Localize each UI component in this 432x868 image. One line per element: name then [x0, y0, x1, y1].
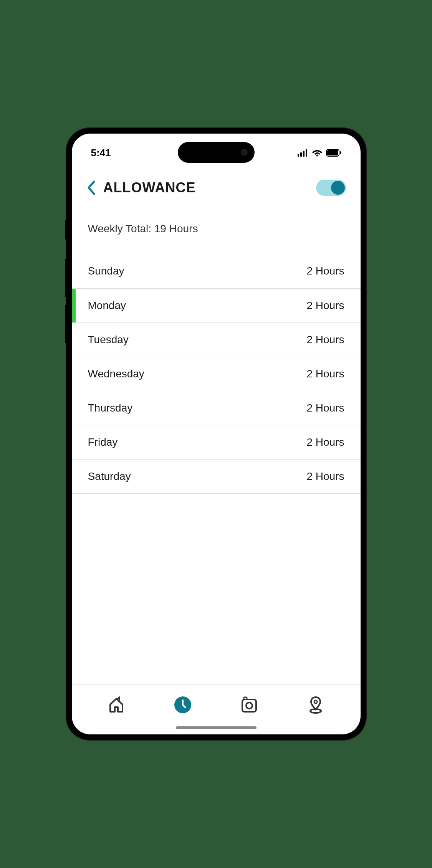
- status-icons: [298, 149, 341, 157]
- svg-rect-0: [298, 154, 299, 157]
- nav-time[interactable]: [169, 691, 196, 718]
- wifi-icon: [312, 149, 322, 157]
- svg-point-12: [314, 700, 317, 703]
- home-indicator[interactable]: [176, 726, 257, 729]
- allowance-toggle[interactable]: [316, 180, 346, 196]
- dynamic-island: [178, 142, 255, 163]
- svg-rect-2: [303, 151, 305, 157]
- day-value: 2 Hours: [306, 436, 344, 448]
- day-row-sunday[interactable]: Sunday 2 Hours: [72, 254, 361, 288]
- back-button[interactable]: [86, 180, 96, 195]
- day-value: 2 Hours: [306, 265, 344, 277]
- clock-icon: [174, 696, 192, 714]
- svg-rect-6: [327, 150, 338, 155]
- day-name: Wednesday: [88, 368, 144, 380]
- day-name: Sunday: [88, 265, 124, 277]
- location-icon: [306, 696, 325, 714]
- weekly-total-label: Weekly Total: 19 Hours: [72, 207, 361, 243]
- day-name: Friday: [88, 436, 118, 448]
- svg-rect-1: [300, 152, 302, 157]
- screen: 5:41: [72, 134, 361, 734]
- header: ALLOWANCE: [72, 168, 361, 207]
- day-value: 2 Hours: [306, 470, 344, 483]
- svg-point-11: [246, 703, 252, 709]
- svg-rect-3: [306, 149, 307, 157]
- svg-point-4: [316, 155, 318, 157]
- day-name: Saturday: [88, 470, 131, 483]
- nav-location[interactable]: [302, 691, 329, 718]
- nav-camera[interactable]: [236, 691, 263, 718]
- day-name: Thursday: [88, 402, 133, 414]
- day-row-friday[interactable]: Friday 2 Hours: [72, 425, 361, 460]
- days-list: Sunday 2 Hours Monday 2 Hours Tuesday 2 …: [72, 254, 361, 494]
- phone-frame: 5:41: [66, 128, 366, 740]
- camera-icon: [240, 696, 258, 714]
- status-time: 5:41: [91, 147, 111, 159]
- cellular-icon: [298, 149, 308, 157]
- day-row-thursday[interactable]: Thursday 2 Hours: [72, 391, 361, 425]
- day-row-wednesday[interactable]: Wednesday 2 Hours: [72, 357, 361, 391]
- day-value: 2 Hours: [306, 368, 344, 380]
- svg-rect-10: [244, 697, 247, 699]
- page-title: ALLOWANCE: [103, 180, 196, 196]
- chevron-left-icon: [86, 180, 96, 195]
- battery-icon: [326, 149, 341, 157]
- svg-rect-9: [242, 699, 256, 712]
- day-value: 2 Hours: [306, 334, 344, 346]
- day-name: Tuesday: [88, 334, 129, 346]
- day-row-monday[interactable]: Monday 2 Hours: [72, 288, 361, 323]
- home-icon: [107, 696, 126, 714]
- svg-point-13: [310, 709, 321, 713]
- nav-home[interactable]: [103, 691, 130, 718]
- day-name: Monday: [88, 299, 126, 312]
- day-value: 2 Hours: [306, 402, 344, 414]
- day-value: 2 Hours: [306, 299, 344, 312]
- day-row-saturday[interactable]: Saturday 2 Hours: [72, 460, 361, 494]
- svg-rect-7: [340, 151, 341, 154]
- day-row-tuesday[interactable]: Tuesday 2 Hours: [72, 323, 361, 357]
